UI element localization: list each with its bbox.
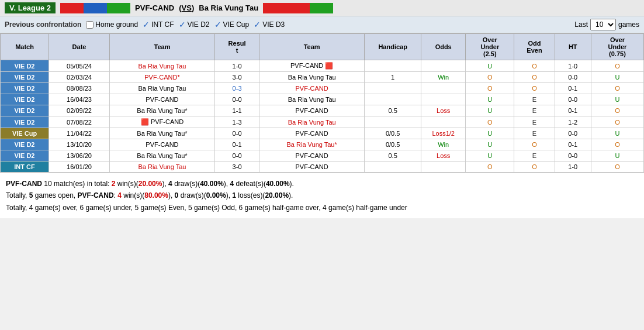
cell-result: 3-0 <box>214 161 259 173</box>
team1-strip <box>60 3 130 13</box>
cell-match: VIE Cup <box>1 128 49 139</box>
cell-oddeven: E <box>514 105 555 116</box>
cell-odds: Win <box>421 72 466 83</box>
table-row: VIE D202/03/24PVF-CAND*3-0Ba Ria Vung Ta… <box>1 72 644 83</box>
vied3-filter[interactable]: ✓ VIE D3 <box>254 20 285 29</box>
cell-match: INT CF <box>1 161 49 173</box>
cell-date: 16/04/23 <box>49 94 110 105</box>
vied2-checkmark: ✓ <box>179 20 186 29</box>
cell-match: VIE D2 <box>1 60 49 72</box>
cell-date: 02/03/24 <box>49 72 110 83</box>
cell-ou075: O <box>591 139 643 150</box>
cell-date: 02/09/22 <box>49 105 110 116</box>
cell-date: 11/04/22 <box>49 128 110 139</box>
homeground-checkbox[interactable] <box>86 21 94 29</box>
cell-match: VIE D2 <box>1 83 49 94</box>
cell-team1: 🟥 PVF-CAND <box>109 116 214 128</box>
cell-handicap: 0.5 <box>365 105 421 116</box>
cell-ou25: U <box>466 150 514 161</box>
cell-odds <box>421 116 466 128</box>
cell-team2: PVF-CAND <box>259 161 365 173</box>
cell-ou25: U <box>466 60 514 72</box>
cell-ht: 1-0 <box>555 161 591 173</box>
cell-team2: Ba Ria Vung Tau <box>259 94 365 105</box>
viecup-checkmark: ✓ <box>214 20 221 29</box>
cell-team1: Ba Ria Vung Tau* <box>109 150 214 161</box>
cell-result: 1-0 <box>214 60 259 72</box>
col-header-ou25: OverUnder(2.5) <box>466 34 514 60</box>
last-select-group: Last 5 10 15 20 All games <box>574 19 639 30</box>
cell-ou075: U <box>591 94 643 105</box>
table-row: VIE D202/09/22Ba Ria Vung Tau*1-1PVF-CAN… <box>1 105 644 116</box>
cell-ou25: U <box>466 94 514 105</box>
cell-team2: PVF-CAND 🟥 <box>259 60 365 72</box>
cell-handicap: 0/0.5 <box>365 139 421 150</box>
cell-date: 05/05/24 <box>49 60 110 72</box>
cell-ou075: O <box>591 161 643 173</box>
cell-team1: PVF-CAND <box>109 139 214 150</box>
cell-handicap <box>365 83 421 94</box>
cell-team2: PVF-CAND <box>259 105 365 116</box>
vied2-label: VIE D2 <box>188 20 210 29</box>
col-header-match: Match <box>1 34 49 60</box>
cell-handicap <box>365 161 421 173</box>
col-header-team2: Team <box>259 34 365 60</box>
cell-odds <box>421 94 466 105</box>
cell-handicap: 0.5 <box>365 150 421 161</box>
last-games-select[interactable]: 5 10 15 20 All <box>590 19 616 30</box>
cell-match: VIE D2 <box>1 105 49 116</box>
cell-team1: Ba Ria Vung Tau* <box>109 105 214 116</box>
vied3-checkmark: ✓ <box>254 20 261 29</box>
vied3-label: VIE D3 <box>262 20 285 29</box>
cell-ou075: U <box>591 128 643 139</box>
viecup-filter[interactable]: ✓ VIE Cup <box>214 20 250 29</box>
cell-result: 0-3 <box>214 83 259 94</box>
cell-ou25: U <box>466 139 514 150</box>
cell-ou075: O <box>591 83 643 94</box>
vied2-filter[interactable]: ✓ VIE D2 <box>179 20 210 29</box>
games-label: games <box>618 20 639 29</box>
cell-oddeven: O <box>514 83 555 94</box>
homeground-filter[interactable]: Home ground <box>86 20 138 29</box>
col-header-ht: HT <box>555 34 591 60</box>
cell-handicap <box>365 116 421 128</box>
cell-ou075: U <box>591 150 643 161</box>
cell-ou25: O <box>466 72 514 83</box>
team2-name: Ba Ria Vung Tau <box>199 4 258 12</box>
cell-oddeven: E <box>514 150 555 161</box>
cell-oddeven: E <box>514 116 555 128</box>
cell-oddeven: O <box>514 161 555 173</box>
cell-match: VIE D2 <box>1 72 49 83</box>
cell-match: VIE D2 <box>1 139 49 150</box>
cell-ht: 0-0 <box>555 128 591 139</box>
viecup-label: VIE Cup <box>223 20 250 29</box>
cell-date: 13/06/20 <box>49 150 110 161</box>
cell-date: 16/01/20 <box>49 161 110 173</box>
cell-ht: 0-1 <box>555 83 591 94</box>
cell-ou25: O <box>466 161 514 173</box>
cell-match: VIE D2 <box>1 116 49 128</box>
matches-table: Match Date Team Result Team Handicap Odd… <box>0 33 644 173</box>
cell-team1: Ba Ria Vung Tau <box>109 83 214 94</box>
cell-result: 0-1 <box>214 139 259 150</box>
cell-result: 0-0 <box>214 150 259 161</box>
cell-odds <box>421 161 466 173</box>
col-header-ou075: OverUnder(0.75) <box>591 34 643 60</box>
col-header-result: Result <box>214 34 259 60</box>
cell-handicap: 1 <box>365 72 421 83</box>
cell-team2: PVF-CAND <box>259 83 365 94</box>
cell-oddeven: O <box>514 139 555 150</box>
col-header-odds: Odds <box>421 34 466 60</box>
cell-ht: 0-1 <box>555 105 591 116</box>
intcf-label: INT CF <box>151 20 174 29</box>
intcf-filter[interactable]: ✓ INT CF <box>143 20 174 29</box>
cell-odds: Loss <box>421 150 466 161</box>
header-bar: V. League 2 PVF-CAND (VS) Ba Ria Vung Ta… <box>0 0 644 16</box>
cell-handicap: 0/0.5 <box>365 128 421 139</box>
cell-team1: PVF-CAND <box>109 94 214 105</box>
team2-strip <box>263 3 333 13</box>
cell-team1: Ba Ria Vung Tau* <box>109 128 214 139</box>
cell-date: 13/10/20 <box>49 139 110 150</box>
cell-team1: Ba Ria Vung Tau <box>109 161 214 173</box>
cell-odds: Win <box>421 139 466 150</box>
